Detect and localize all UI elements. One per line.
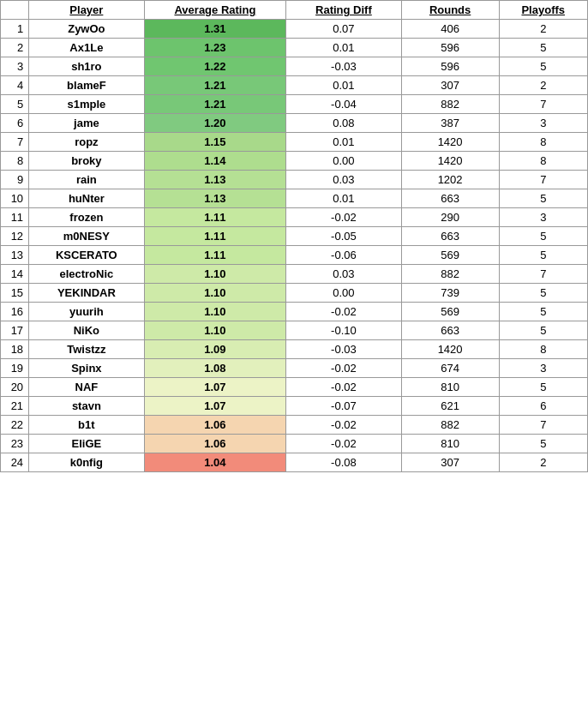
cell-rank: 7	[1, 133, 29, 152]
cell-player: blameF	[29, 76, 145, 95]
cell-rating-diff: 0.01	[286, 133, 402, 152]
cell-avg-rating: 1.31	[144, 20, 286, 39]
table-row: 16yuurih1.10-0.025695	[1, 303, 588, 321]
cell-rank: 24	[1, 453, 29, 472]
cell-player: m0NESY	[29, 227, 145, 246]
cell-avg-rating: 1.23	[144, 39, 286, 57]
cell-rounds: 387	[401, 114, 499, 133]
cell-rating-diff: -0.02	[286, 416, 402, 435]
table-row: 20NAF1.07-0.028105	[1, 378, 588, 397]
cell-avg-rating: 1.08	[144, 359, 286, 378]
cell-rating-diff: 0.03	[286, 171, 402, 189]
table-row: 10huNter1.130.016635	[1, 189, 588, 208]
cell-playoffs: 3	[499, 114, 588, 133]
table-row: 24k0nfig1.04-0.083072	[1, 453, 588, 472]
cell-avg-rating: 1.11	[144, 208, 286, 227]
stats-table: Player Average Rating Rating Diff Rounds…	[0, 0, 588, 472]
cell-player: rain	[29, 171, 145, 189]
cell-playoffs: 7	[499, 95, 588, 114]
cell-playoffs: 7	[499, 265, 588, 284]
cell-playoffs: 2	[499, 76, 588, 95]
table-row: 12m0NESY1.11-0.056635	[1, 227, 588, 246]
cell-player: b1t	[29, 416, 145, 435]
cell-rounds: 663	[401, 189, 499, 208]
cell-playoffs: 5	[499, 189, 588, 208]
cell-avg-rating: 1.22	[144, 57, 286, 76]
col-header-player: Player	[29, 1, 145, 20]
cell-rank: 11	[1, 208, 29, 227]
cell-rank: 18	[1, 340, 29, 359]
cell-playoffs: 7	[499, 171, 588, 189]
cell-playoffs: 7	[499, 416, 588, 435]
cell-rank: 3	[1, 57, 29, 76]
table-row: 11frozen1.11-0.022903	[1, 208, 588, 227]
cell-player: s1mple	[29, 95, 145, 114]
cell-player: sh1ro	[29, 57, 145, 76]
cell-rating-diff: 0.00	[286, 284, 402, 303]
cell-rating-diff: -0.08	[286, 453, 402, 472]
cell-rating-diff: 0.01	[286, 39, 402, 57]
cell-rank: 8	[1, 152, 29, 171]
cell-player: ropz	[29, 133, 145, 152]
cell-player: YEKINDAR	[29, 284, 145, 303]
cell-rounds: 739	[401, 284, 499, 303]
cell-avg-rating: 1.14	[144, 152, 286, 171]
table-row: 17NiKo1.10-0.106635	[1, 321, 588, 340]
cell-rating-diff: -0.05	[286, 227, 402, 246]
cell-rating-diff: -0.06	[286, 246, 402, 265]
cell-rank: 2	[1, 39, 29, 57]
cell-rank: 15	[1, 284, 29, 303]
table-row: 4blameF1.210.013072	[1, 76, 588, 95]
cell-playoffs: 3	[499, 208, 588, 227]
cell-avg-rating: 1.21	[144, 95, 286, 114]
cell-rating-diff: 0.01	[286, 189, 402, 208]
cell-rounds: 569	[401, 303, 499, 321]
table-row: 7ropz1.150.0114208	[1, 133, 588, 152]
cell-player: jame	[29, 114, 145, 133]
cell-playoffs: 5	[499, 435, 588, 453]
cell-avg-rating: 1.10	[144, 321, 286, 340]
cell-rating-diff: 0.08	[286, 114, 402, 133]
cell-avg-rating: 1.21	[144, 76, 286, 95]
cell-avg-rating: 1.10	[144, 265, 286, 284]
cell-rounds: 882	[401, 416, 499, 435]
cell-playoffs: 5	[499, 246, 588, 265]
cell-player: stavn	[29, 397, 145, 416]
cell-rounds: 882	[401, 95, 499, 114]
table-row: 6jame1.200.083873	[1, 114, 588, 133]
cell-player: NiKo	[29, 321, 145, 340]
cell-player: NAF	[29, 378, 145, 397]
cell-rank: 4	[1, 76, 29, 95]
cell-playoffs: 3	[499, 359, 588, 378]
cell-player: k0nfig	[29, 453, 145, 472]
cell-rating-diff: 0.07	[286, 20, 402, 39]
cell-player: Ax1Le	[29, 39, 145, 57]
cell-playoffs: 5	[499, 378, 588, 397]
table-row: 2Ax1Le1.230.015965	[1, 39, 588, 57]
cell-rank: 23	[1, 435, 29, 453]
cell-avg-rating: 1.15	[144, 133, 286, 152]
cell-rating-diff: 0.00	[286, 152, 402, 171]
cell-rank: 16	[1, 303, 29, 321]
cell-rounds: 290	[401, 208, 499, 227]
cell-rounds: 1420	[401, 152, 499, 171]
cell-playoffs: 5	[499, 284, 588, 303]
cell-rank: 21	[1, 397, 29, 416]
cell-rounds: 882	[401, 265, 499, 284]
cell-rank: 1	[1, 20, 29, 39]
cell-rating-diff: 0.01	[286, 76, 402, 95]
cell-player: ZywOo	[29, 20, 145, 39]
cell-avg-rating: 1.06	[144, 435, 286, 453]
table-row: 5s1mple1.21-0.048827	[1, 95, 588, 114]
cell-playoffs: 8	[499, 133, 588, 152]
cell-player: KSCERATO	[29, 246, 145, 265]
cell-avg-rating: 1.04	[144, 453, 286, 472]
cell-rank: 5	[1, 95, 29, 114]
cell-avg-rating: 1.10	[144, 303, 286, 321]
cell-rounds: 569	[401, 246, 499, 265]
col-header-avg-rating: Average Rating	[144, 1, 286, 20]
cell-player: Twistzz	[29, 340, 145, 359]
cell-rank: 20	[1, 378, 29, 397]
cell-player: huNter	[29, 189, 145, 208]
cell-rounds: 1420	[401, 340, 499, 359]
